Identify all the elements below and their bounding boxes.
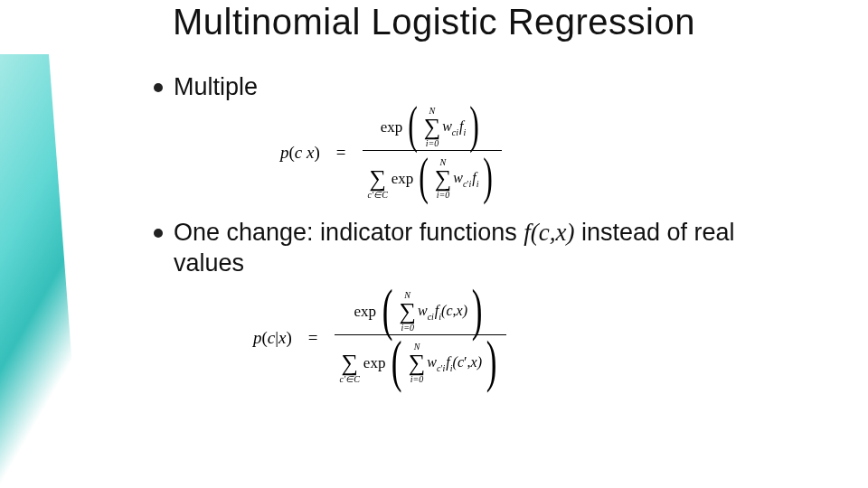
exp-fn: exp — [381, 118, 403, 136]
outer-sum-icon: ∑ c′∈C — [368, 158, 388, 200]
eq1-den-term: wc′i fi — [453, 170, 478, 188]
sum-lower: i=0 — [410, 375, 424, 384]
eq2-numerator: exp ( N ∑ i=0 wci fi(c,x) ) — [354, 291, 487, 333]
eq1-numerator: exp ( N ∑ i=0 wci fi ) — [381, 107, 484, 148]
bullet-dot-icon — [154, 229, 163, 238]
eq1-lhs: p(c x) — [280, 143, 320, 163]
bullet-1: Multiple — [154, 72, 805, 103]
bullet-2-part-a: One change: indicator functions — [174, 219, 524, 246]
outer-sum-lower: c′∈C — [340, 375, 360, 384]
eq2-denominator: ∑ c′∈C exp ( N ∑ i=0 wc′i fi(c′,x) — [340, 343, 502, 384]
eq2-num-term: wci fi(c,x) — [418, 303, 467, 321]
sum-icon: N ∑ i=0 — [399, 291, 416, 333]
equals-sign: = — [308, 328, 318, 348]
sum-icon: N ∑ i=0 — [409, 343, 426, 384]
outer-sum-icon: ∑ c′∈C — [340, 343, 360, 384]
slide: Multinomial Logistic Regression Multiple… — [0, 0, 868, 488]
sum-icon: N ∑ i=0 — [435, 158, 452, 200]
equation-1: p(c x) = exp ( N ∑ i=0 wci fi — [280, 105, 805, 202]
equals-sign: = — [336, 143, 346, 163]
slide-title: Multinomial Logistic Regression — [0, 2, 868, 42]
accent-wedge — [0, 54, 81, 488]
eq2-lhs: p(c|x) — [253, 328, 292, 348]
eq2-den-term: wc′i fi(c′,x) — [427, 354, 482, 372]
bullet-2-text: One change: indicator functions f(c,x) i… — [174, 218, 805, 279]
exp-fn: exp — [363, 354, 386, 372]
bullet-2-fcx: f(c,x) — [524, 219, 574, 246]
eq1-fraction: exp ( N ∑ i=0 wci fi ) — [363, 105, 502, 202]
equation-2: p(c|x) = exp ( N ∑ i=0 wci fi( — [253, 289, 805, 386]
sum-icon: N ∑ i=0 — [424, 107, 441, 148]
content-area: Multiple p(c x) = exp ( N ∑ — [154, 72, 805, 386]
outer-sum-lower: c′∈C — [368, 191, 388, 200]
eq1-denominator: ∑ c′∈C exp ( N ∑ i=0 wc′i fi ) — [368, 158, 496, 200]
exp-fn: exp — [392, 170, 414, 188]
exp-fn: exp — [354, 303, 377, 321]
eq1-num-term: wci fi — [442, 118, 466, 136]
bullet-1-text: Multiple — [174, 72, 258, 103]
bullet-2: One change: indicator functions f(c,x) i… — [154, 218, 805, 279]
eq2-fraction: exp ( N ∑ i=0 wci fi(c,x) ) — [335, 289, 507, 386]
sum-lower: i=0 — [401, 324, 414, 333]
bullet-dot-icon — [154, 83, 163, 92]
sum-lower: i=0 — [437, 191, 450, 200]
